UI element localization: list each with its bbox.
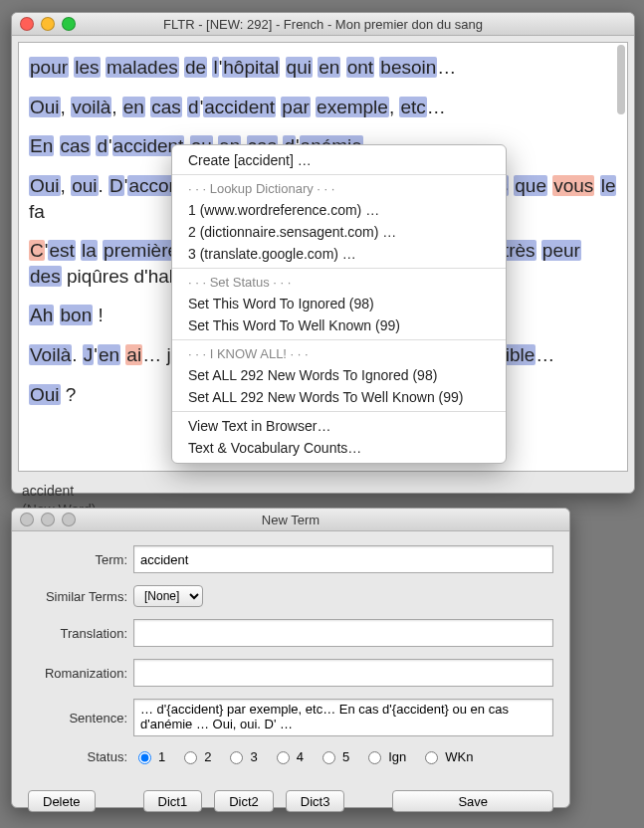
new-term-window: New Term Term: Similar Terms: [None] Tra… <box>11 508 570 808</box>
word: … <box>427 97 446 117</box>
word[interactable]: etc <box>399 97 426 117</box>
label-sentence: Sentence: <box>28 711 133 725</box>
term-form: Term: Similar Terms: [None] Translation:… <box>12 531 569 786</box>
word[interactable]: hôpital <box>222 57 280 78</box>
word: . <box>72 344 83 365</box>
status-option-wkn[interactable]: WKn <box>420 748 473 764</box>
term-title: New Term <box>12 513 569 527</box>
word[interactable]: peur <box>541 240 581 261</box>
word[interactable]: J <box>83 344 95 365</box>
menu-create-term[interactable]: Create [accident] … <box>172 149 506 171</box>
word: , <box>389 97 400 117</box>
word[interactable]: d <box>96 135 108 156</box>
save-button[interactable]: Save <box>392 790 553 812</box>
label-term: Term: <box>28 552 133 567</box>
word[interactable]: voilà <box>71 97 111 117</box>
sentence-field[interactable] <box>133 699 553 736</box>
word[interactable]: en <box>318 57 340 78</box>
menu-separator <box>172 268 506 269</box>
word[interactable]: malades <box>106 57 179 78</box>
dict1-button[interactable]: Dict1 <box>143 790 203 812</box>
word: ! <box>93 305 104 325</box>
menu-dict-2[interactable]: 2 (dictionnaire.sensagent.com) … <box>172 221 506 243</box>
text-line: Oui, voilà, en cas d'accident par exempl… <box>29 95 617 120</box>
menu-vocab-counts[interactable]: Text & Vocabulary Counts… <box>172 437 506 459</box>
status-option-4[interactable]: 4 <box>272 748 304 764</box>
menu-separator <box>172 174 506 175</box>
menu-set-ignored[interactable]: Set This Word To Ignored (98) <box>172 293 506 314</box>
word[interactable]: Oui <box>29 97 61 117</box>
word[interactable]: les <box>74 57 100 78</box>
romanization-field[interactable] <box>133 659 553 687</box>
word <box>340 57 345 78</box>
word[interactable]: bon <box>60 305 94 325</box>
word[interactable]: en <box>122 97 145 117</box>
status-option-5[interactable]: 5 <box>318 748 349 764</box>
word[interactable]: très <box>503 240 537 261</box>
word[interactable]: qui <box>286 57 313 78</box>
menu-header-status: · · · Set Status · · · <box>172 272 506 293</box>
word[interactable]: Oui <box>29 175 61 196</box>
word[interactable]: cas <box>150 97 182 117</box>
label-romanization: Romanization: <box>28 666 133 681</box>
word[interactable]: Ah <box>29 305 54 325</box>
word[interactable]: la <box>81 240 98 261</box>
button-row: Delete Dict1 Dict2 Dict3 Save <box>12 786 569 812</box>
word[interactable]: C <box>29 240 45 261</box>
word[interactable]: de <box>184 57 207 78</box>
word[interactable]: besoin <box>379 57 437 78</box>
word[interactable]: Oui <box>29 384 61 405</box>
word: . <box>99 175 109 196</box>
main-titlebar: FLTR - [NEW: 292] - French - Mon premier… <box>12 13 634 36</box>
scrollbar[interactable] <box>617 45 625 114</box>
word[interactable]: des <box>29 266 62 287</box>
term-field[interactable] <box>133 545 553 573</box>
status-option-2[interactable]: 2 <box>179 748 211 764</box>
word <box>54 135 59 156</box>
word[interactable]: que <box>514 175 547 196</box>
status-option-ign[interactable]: Ign <box>363 748 406 764</box>
word[interactable]: ai <box>125 344 142 365</box>
menu-set-wellknown[interactable]: Set This Word To Well Known (99) <box>172 314 506 336</box>
delete-button[interactable]: Delete <box>28 790 96 812</box>
word[interactable]: ont <box>346 57 374 78</box>
word[interactable]: exemple <box>316 97 389 117</box>
term-titlebar: New Term <box>12 509 569 531</box>
word[interactable]: oui <box>71 175 98 196</box>
word: … <box>437 57 456 78</box>
status-word: accident <box>22 482 624 501</box>
word: , <box>61 175 72 196</box>
word[interactable]: D <box>108 175 124 196</box>
menu-all-wellknown[interactable]: Set ALL 292 New Words To Well Known (99) <box>172 386 506 408</box>
word: , <box>111 97 122 117</box>
menu-view-browser[interactable]: View Text in Browser… <box>172 415 506 437</box>
word[interactable]: le <box>600 175 617 196</box>
menu-header-dictionary: · · · Lookup Dictionary · · · <box>172 178 506 199</box>
menu-separator <box>172 339 506 340</box>
similar-terms-select[interactable]: [None] <box>133 585 203 607</box>
word: … <box>536 344 554 365</box>
word[interactable]: première <box>103 240 179 261</box>
dict2-button[interactable]: Dict2 <box>214 790 274 812</box>
menu-dict-1[interactable]: 1 (www.wordreference.com) … <box>172 199 506 221</box>
menu-all-ignored[interactable]: Set ALL 292 New Words To Ignored (98) <box>172 364 506 386</box>
status-option-3[interactable]: 3 <box>225 748 257 764</box>
menu-dict-3[interactable]: 3 (translate.google.com) … <box>172 243 506 265</box>
word <box>594 175 599 196</box>
dict3-button[interactable]: Dict3 <box>286 790 345 812</box>
word[interactable]: en <box>98 344 120 365</box>
word[interactable]: vous <box>552 175 594 196</box>
word[interactable]: pour <box>29 57 69 78</box>
word[interactable]: En <box>29 135 54 156</box>
word[interactable]: cas <box>60 135 92 156</box>
status-radios: 12345IgnWKn <box>133 748 553 764</box>
word: fa <box>29 201 45 222</box>
status-option-1[interactable]: 1 <box>133 748 165 764</box>
word[interactable]: Voilà <box>29 344 72 365</box>
word[interactable]: est <box>48 240 75 261</box>
word[interactable]: par <box>281 97 310 117</box>
main-title: FLTR - [NEW: 292] - French - Mon premier… <box>12 17 634 32</box>
translation-field[interactable] <box>133 619 553 647</box>
word[interactable]: d <box>187 97 200 117</box>
word[interactable]: accident <box>203 97 276 117</box>
